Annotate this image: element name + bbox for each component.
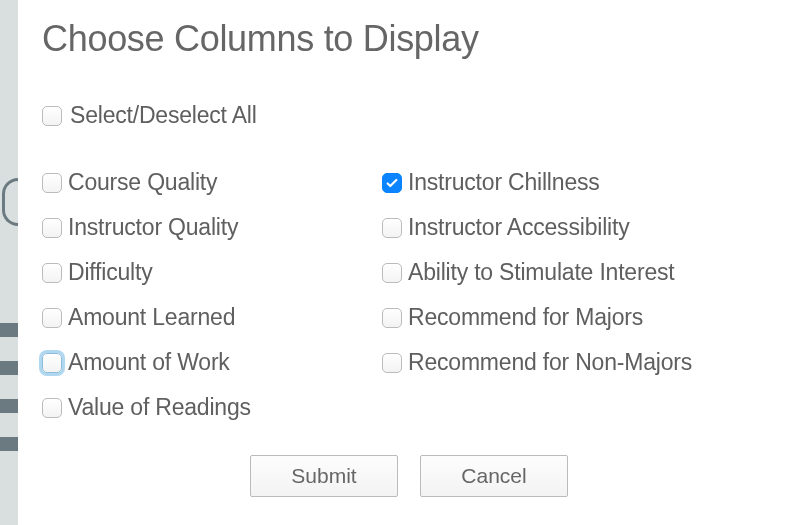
choose-columns-dialog: Choose Columns to Display Select/Deselec… — [18, 0, 800, 525]
checkbox-ability-to-stimulate-interest[interactable] — [382, 263, 402, 283]
label-instructor-chillness: Instructor Chillness — [408, 169, 600, 196]
checkbox-amount-of-work[interactable] — [42, 353, 62, 373]
label-ability-to-stimulate-interest: Ability to Stimulate Interest — [408, 259, 674, 286]
select-all-checkbox[interactable] — [42, 106, 62, 126]
checkbox-recommend-for-majors[interactable] — [382, 308, 402, 328]
background-panel — [0, 0, 18, 525]
label-recommend-for-majors: Recommend for Majors — [408, 304, 643, 331]
option-recommend-for-majors: Recommend for Majors — [382, 304, 776, 331]
option-value-of-readings: Value of Readings — [42, 394, 372, 421]
option-recommend-for-non-majors: Recommend for Non-Majors — [382, 349, 776, 376]
select-all-row: Select/Deselect All — [42, 102, 776, 129]
checkbox-value-of-readings[interactable] — [42, 398, 62, 418]
checkbox-amount-learned[interactable] — [42, 308, 62, 328]
label-instructor-quality: Instructor Quality — [68, 214, 238, 241]
label-amount-learned: Amount Learned — [68, 304, 235, 331]
option-amount-learned: Amount Learned — [42, 304, 372, 331]
option-course-quality: Course Quality — [42, 169, 372, 196]
option-amount-of-work: Amount of Work — [42, 349, 372, 376]
cancel-button[interactable]: Cancel — [420, 455, 568, 497]
submit-button[interactable]: Submit — [250, 455, 398, 497]
option-difficulty: Difficulty — [42, 259, 372, 286]
checkbox-instructor-accessibility[interactable] — [382, 218, 402, 238]
label-recommend-for-non-majors: Recommend for Non-Majors — [408, 349, 692, 376]
select-all-label: Select/Deselect All — [70, 102, 257, 129]
checkbox-instructor-quality[interactable] — [42, 218, 62, 238]
label-amount-of-work: Amount of Work — [68, 349, 230, 376]
option-instructor-chillness: Instructor Chillness — [382, 169, 776, 196]
checkbox-instructor-chillness[interactable] — [382, 173, 402, 193]
checkbox-difficulty[interactable] — [42, 263, 62, 283]
dialog-title: Choose Columns to Display — [42, 18, 776, 60]
checkbox-recommend-for-non-majors[interactable] — [382, 353, 402, 373]
dialog-buttons: Submit Cancel — [42, 451, 776, 497]
option-ability-to-stimulate-interest: Ability to Stimulate Interest — [382, 259, 776, 286]
label-value-of-readings: Value of Readings — [68, 394, 251, 421]
label-instructor-accessibility: Instructor Accessibility — [408, 214, 629, 241]
label-course-quality: Course Quality — [68, 169, 217, 196]
label-difficulty: Difficulty — [68, 259, 153, 286]
checkbox-course-quality[interactable] — [42, 173, 62, 193]
option-instructor-quality: Instructor Quality — [42, 214, 372, 241]
options-grid: Course QualityInstructor ChillnessInstru… — [42, 169, 776, 421]
option-instructor-accessibility: Instructor Accessibility — [382, 214, 776, 241]
